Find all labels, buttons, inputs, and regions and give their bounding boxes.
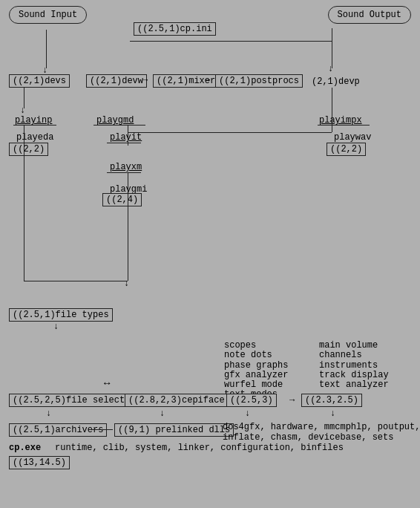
devp-label: (2,1)devp [312, 76, 360, 87]
wurfel-mode-text: wurfel mode [224, 380, 283, 390]
arrow-box253-down: ↓ [245, 408, 250, 419]
sound-output-pill: Sound Output [328, 6, 411, 24]
archivers-box: ((2.5,1)archivers [9, 423, 107, 437]
dos4gfx-text: dos4gfx, hardware, mmcmphlp, poutput, [223, 422, 420, 432]
line-playinp-v [24, 125, 24, 281]
playimpx-text: playimpx [319, 115, 362, 126]
note-dots-label: note dots [224, 350, 272, 360]
box24: ((2,4) [102, 193, 142, 206]
archivers-label: ((2.5,1)archivers [13, 425, 103, 435]
arrow-file-types-down: ↓ [53, 322, 59, 332]
playimpx-underline [318, 125, 370, 126]
postprocs-box: ((2,1)postprocs [215, 74, 303, 88]
playeda-text: playeda [16, 132, 53, 143]
line-playgmd-v2 [128, 172, 128, 214]
line-right-v [332, 88, 332, 132]
sound-output-label: Sound Output [338, 10, 401, 20]
playgmd-text: playgmd [96, 115, 134, 126]
line-playgmd-v1 [128, 125, 128, 146]
track-display-label: track display [319, 370, 389, 380]
devw-box: ((2,1)devw [86, 74, 147, 88]
playxm-text: playxm [110, 162, 142, 172]
gfx-analyzer-text: gfx analyzer [224, 370, 288, 380]
box1314-label: ((13,14.5) [13, 457, 66, 468]
box22b-label: ((2,2) [330, 144, 362, 154]
instruments-label: instruments [319, 360, 378, 371]
arrows-lr: ↔ [104, 377, 110, 389]
box253: ((2.5,3) [226, 394, 277, 407]
box2325-label: ((2.3,2.5) [305, 395, 358, 406]
main-page: Sound Input Sound Output ((2.5,1)cp.ini … [0, 0, 420, 508]
scopes-label: scopes [224, 340, 256, 351]
wurfel-mode-label: wurfel mode [224, 380, 283, 390]
box24-label: ((2,4) [106, 195, 138, 205]
phase-graphs-label: phase graphs [224, 360, 288, 371]
arrow-devw-mixer: → [142, 75, 148, 85]
runtime-label: runtime, clib, system, linker, configura… [55, 443, 344, 453]
box22a: ((2,2) [9, 143, 48, 156]
playgmd-label: playgmd [96, 115, 134, 126]
prelinked-box: ((9,1) prelinked dlls [114, 423, 234, 437]
playwav-label: playwav [334, 132, 371, 143]
line-v-down [128, 214, 128, 281]
prelinked-label: ((9,1) prelinked dlls [118, 425, 230, 435]
main-volume-text: main volume [319, 340, 378, 351]
playgmd-underline [93, 125, 145, 126]
arrow-devs-down: ↓ [20, 105, 25, 116]
playxm-label: playxm [110, 162, 142, 172]
file-types-label: ((2.5,1)file types [13, 310, 109, 320]
cepiface-label: ((2.8,2,3)cepiface [128, 395, 225, 406]
arrow-cepiface-down: ↓ [160, 408, 165, 419]
scopes-text: scopes [224, 340, 256, 351]
playeda-label: playeda [16, 132, 53, 143]
text-analyzer-text: text analyzer [319, 380, 389, 390]
cpini-box: ((2.5,1)cp.ini [134, 22, 216, 36]
arrows-lr-text: ↔ [104, 377, 110, 389]
inflate-label: inflate, chasm, devicebase, sets [223, 432, 393, 443]
playinp-label: playinp [15, 115, 52, 126]
sound-input-pill: Sound Input [9, 6, 87, 24]
box22a-label: ((2,2) [13, 144, 45, 154]
box1314: ((13,14.5) [9, 456, 70, 469]
box22b: ((2,2) [327, 143, 366, 156]
line-output-v [332, 28, 332, 68]
line-arch-pre [89, 429, 113, 430]
box253-label: ((2.5,3) [230, 395, 273, 406]
box2325: ((2.3,2.5) [301, 394, 362, 407]
playit-underline [107, 143, 141, 143]
channels-label: channels [319, 350, 362, 360]
line-top-h [128, 132, 332, 133]
cepiface-box: ((2.8,2,3)cepiface [125, 394, 229, 407]
cpexe-text: cp.exe [9, 443, 41, 453]
arrow-down-mid: ↓ [124, 279, 129, 289]
line-cpini-h [130, 41, 332, 42]
phase-graphs-text: phase graphs [224, 360, 288, 371]
playinp-underline [13, 125, 56, 126]
file-types-box: ((2.5,1)file types [9, 308, 113, 322]
devs-box: ((2,1)devs [9, 74, 70, 88]
gfx-analyzer-label: gfx analyzer [224, 370, 288, 380]
arrow-mixer-post: → [205, 75, 210, 85]
playit-label: playit [110, 132, 142, 143]
text-analyzer-label: text analyzer [319, 380, 389, 390]
dos4gfx-label: dos4gfx, hardware, mmcmphlp, poutput, [223, 422, 420, 432]
playinp-text: playinp [15, 115, 52, 126]
file-select-label: ((2.5,2,5)file select [13, 395, 125, 406]
channels-text: channels [319, 350, 362, 360]
playit-text: playit [110, 132, 142, 143]
playxm-underline [107, 172, 141, 173]
devp-text: (2,1)devp [312, 76, 360, 87]
instruments-text: instruments [319, 360, 378, 371]
postprocs-label: ((2,1)postprocs [219, 76, 299, 86]
main-volume-label: main volume [319, 340, 378, 351]
file-select-box: ((2.5,2,5)file select [9, 394, 128, 407]
arrow-box253-right: → [289, 395, 295, 406]
note-dots-text: note dots [224, 350, 272, 360]
playimpx-label: playimpx [319, 115, 362, 126]
arrow-output: ↓ [328, 64, 333, 74]
line-input-down [46, 30, 47, 68]
line-connect-h [24, 281, 128, 281]
cpini-label: ((2.5,1)cp.ini [137, 24, 212, 34]
devs-label: ((2,1)devs [13, 76, 66, 86]
devw-label: ((2,1)devw [90, 76, 143, 86]
